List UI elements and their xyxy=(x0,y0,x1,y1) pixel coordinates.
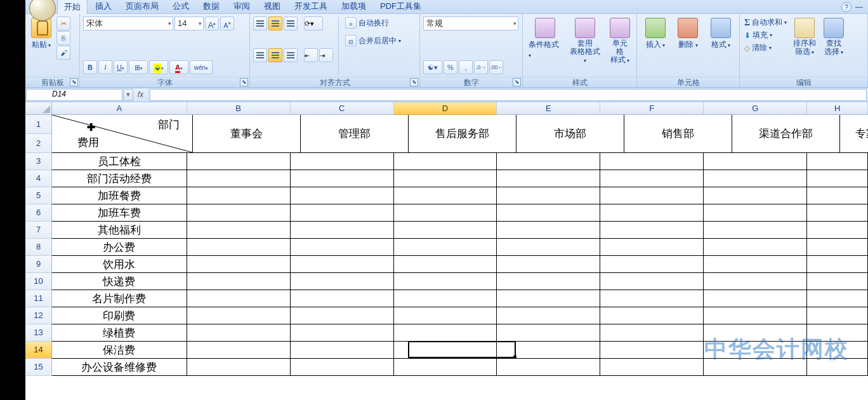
row-header-10[interactable]: 10 xyxy=(25,273,52,290)
cell-E6[interactable] xyxy=(497,204,600,222)
insert-cells-button[interactable]: 插入 xyxy=(643,17,668,51)
decrease-decimal-button[interactable]: .00← xyxy=(489,60,503,74)
cell-B11[interactable] xyxy=(187,290,291,307)
cell-F5[interactable] xyxy=(600,187,704,204)
cell-H12[interactable] xyxy=(807,307,868,324)
cell-G9[interactable] xyxy=(704,256,807,273)
row-header-13[interactable]: 13 xyxy=(25,324,52,342)
cell-F9[interactable] xyxy=(600,256,704,273)
cell-A12[interactable]: 印刷费 xyxy=(52,307,187,324)
cut-button[interactable]: ✂ xyxy=(56,17,70,30)
row-header-1[interactable]: 1 xyxy=(25,115,52,134)
cell-G13[interactable] xyxy=(704,324,807,342)
cell-C11[interactable] xyxy=(291,290,394,307)
cell-F4[interactable] xyxy=(600,170,704,187)
cell-D13[interactable] xyxy=(394,324,497,342)
cell-C3[interactable] xyxy=(291,153,394,170)
tab-5[interactable]: 审阅 xyxy=(227,0,256,14)
col-header-D[interactable]: D xyxy=(394,102,497,115)
conditional-format-button[interactable]: 条件格式 xyxy=(526,17,563,60)
cell-A14[interactable]: 保洁费 xyxy=(52,342,187,359)
dept-header-6[interactable]: 专家服 xyxy=(840,115,868,153)
dept-header-2[interactable]: 售后服务部 xyxy=(409,115,516,153)
cell-D11[interactable] xyxy=(394,290,497,307)
clipboard-launcher[interactable]: ⬊ xyxy=(70,78,78,86)
cell-B7[interactable] xyxy=(187,222,291,239)
cell-A6[interactable]: 加班车费 xyxy=(52,204,187,222)
diagonal-header-cell[interactable]: 部门费用 xyxy=(52,115,193,153)
dept-header-0[interactable]: 董事会 xyxy=(193,115,301,153)
cell-E10[interactable] xyxy=(497,273,600,290)
cell-A5[interactable]: 加班餐费 xyxy=(52,187,187,204)
cell-C7[interactable] xyxy=(291,222,394,239)
dept-header-1[interactable]: 管理部 xyxy=(301,115,409,153)
increase-font-button[interactable]: A▴ xyxy=(205,17,219,30)
cell-D12[interactable] xyxy=(394,307,497,324)
cell-C4[interactable] xyxy=(291,170,394,187)
tab-8[interactable]: 加载项 xyxy=(335,0,372,14)
tab-0[interactable]: 开始 xyxy=(57,0,88,14)
cell-F14[interactable] xyxy=(600,342,704,359)
delete-cells-button[interactable]: 删除 xyxy=(675,17,700,51)
cell-D4[interactable] xyxy=(394,170,497,187)
cell-A15[interactable]: 办公设备维修费 xyxy=(52,359,187,376)
fx-button[interactable]: fx xyxy=(133,88,148,102)
align-top-button[interactable] xyxy=(253,17,267,30)
cell-H5[interactable] xyxy=(807,187,868,204)
cell-E15[interactable] xyxy=(497,359,600,376)
cell-C13[interactable] xyxy=(291,324,394,342)
name-box[interactable]: D14 xyxy=(26,89,122,101)
cell-F3[interactable] xyxy=(600,153,704,170)
row-header-8[interactable]: 8 xyxy=(25,239,52,256)
col-header-F[interactable]: F xyxy=(600,102,704,115)
cell-B10[interactable] xyxy=(187,273,291,290)
cell-D15[interactable] xyxy=(394,359,497,376)
cell-G8[interactable] xyxy=(704,239,807,256)
format-cells-button[interactable]: 格式 xyxy=(708,17,733,51)
cell-A9[interactable]: 饮用水 xyxy=(52,256,187,273)
cell-C6[interactable] xyxy=(291,204,394,222)
cell-H13[interactable] xyxy=(807,324,868,342)
cell-A7[interactable]: 其他福利 xyxy=(52,222,187,239)
tab-6[interactable]: 视图 xyxy=(258,0,287,14)
spreadsheet-grid[interactable]: ABCDEFGH 123456789101112131415 部门费用董事会管理… xyxy=(25,102,868,400)
cell-E8[interactable] xyxy=(497,239,600,256)
font-name-combo[interactable]: 宋体 xyxy=(83,17,173,30)
minimize-ribbon-icon[interactable]: — xyxy=(855,2,863,12)
tab-3[interactable]: 公式 xyxy=(166,0,195,14)
font-color-button[interactable]: A▾ xyxy=(169,60,188,74)
row-header-14[interactable]: 14 xyxy=(25,342,52,359)
cell-G14[interactable] xyxy=(704,342,807,359)
row-header-7[interactable]: 7 xyxy=(25,222,52,239)
cell-B4[interactable] xyxy=(187,170,291,187)
cell-G4[interactable] xyxy=(704,170,807,187)
cell-E3[interactable] xyxy=(497,153,600,170)
cell-B8[interactable] xyxy=(187,239,291,256)
cell-H4[interactable] xyxy=(807,170,868,187)
cell-A4[interactable]: 部门活动经费 xyxy=(52,170,187,187)
comma-button[interactable]: , xyxy=(459,60,473,74)
cell-H6[interactable] xyxy=(807,204,868,222)
cell-F7[interactable] xyxy=(600,222,704,239)
cell-H3[interactable] xyxy=(807,153,868,170)
cell-C12[interactable] xyxy=(291,307,394,324)
cell-B14[interactable] xyxy=(187,342,291,359)
cell-C15[interactable] xyxy=(291,359,394,376)
tab-7[interactable]: 开发工具 xyxy=(288,0,334,14)
number-format-combo[interactable]: 常规 xyxy=(423,17,518,30)
decrease-font-button[interactable]: A▾ xyxy=(220,17,234,30)
accounting-format-button[interactable]: ☯▾ xyxy=(423,60,442,74)
cell-D5[interactable] xyxy=(394,187,497,204)
col-header-H[interactable]: H xyxy=(807,102,868,115)
sort-filter-button[interactable]: 排序和 筛选 xyxy=(791,17,819,57)
cell-G15[interactable] xyxy=(704,359,807,376)
col-header-A[interactable]: A xyxy=(52,102,187,115)
cell-B3[interactable] xyxy=(187,153,291,170)
wrap-text-button[interactable]: ≡自动换行 xyxy=(344,17,402,29)
find-select-button[interactable]: 查找 选择 xyxy=(821,17,846,57)
italic-button[interactable]: I xyxy=(98,60,112,74)
cell-H8[interactable] xyxy=(807,239,868,256)
row-header-9[interactable]: 9 xyxy=(25,256,52,273)
orientation-button[interactable]: ⟳▾ xyxy=(304,17,323,30)
cell-B15[interactable] xyxy=(187,359,291,376)
